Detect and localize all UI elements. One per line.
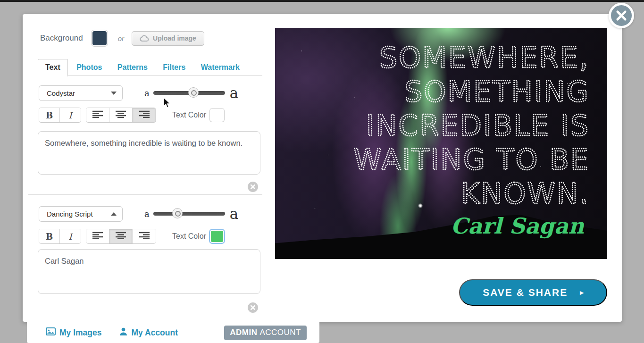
size-min-label: a	[144, 88, 150, 98]
close-icon	[251, 184, 255, 189]
upload-image-label: Upload image	[153, 34, 196, 42]
align-left-icon	[92, 110, 103, 120]
close-icon	[615, 9, 627, 22]
my-images-label: My Images	[59, 328, 101, 338]
my-images-link[interactable]: My Images	[46, 327, 101, 338]
remove-author-button[interactable]	[248, 302, 258, 313]
tab-bar: Text Photos Patterns Filters Watermark	[38, 59, 262, 75]
size-min-label: a	[144, 209, 150, 219]
slider-track[interactable]	[153, 212, 225, 216]
italic-button[interactable]: I	[60, 108, 81, 122]
align-right-button[interactable]	[133, 108, 156, 122]
upload-image-button[interactable]: Upload image	[132, 31, 204, 46]
align-left-icon	[92, 232, 103, 241]
quote-toolbar: B I	[39, 108, 224, 123]
quote-align-group	[86, 108, 156, 123]
author-text-color-swatch[interactable]	[210, 230, 224, 243]
italic-button[interactable]: I	[60, 229, 81, 243]
align-center-icon	[116, 110, 126, 120]
author-align-group	[86, 229, 156, 244]
cloud-upload-icon	[140, 35, 149, 42]
author-text-input[interactable]: Carl Sagan	[38, 249, 260, 294]
preview-quote-line: KNOWN.	[461, 177, 590, 210]
tab-patterns[interactable]: Patterns	[111, 59, 154, 76]
background-color-swatch[interactable]	[92, 30, 108, 46]
my-account-label: My Account	[131, 328, 178, 338]
tab-photos[interactable]: Photos	[70, 59, 109, 76]
background-row: Background or Upload image	[40, 29, 204, 48]
align-center-button[interactable]	[109, 229, 133, 243]
size-max-label: a	[230, 84, 238, 101]
my-account-link[interactable]: My Account	[119, 327, 178, 338]
arrow-right-icon: ▸	[580, 288, 584, 297]
author-size-slider[interactable]	[153, 209, 225, 219]
preview-quote-line: SOMETHING	[404, 75, 590, 108]
editor-modal: Background or Upload image Text Photos P…	[23, 14, 622, 322]
images-icon	[46, 327, 56, 338]
slider-thumb[interactable]	[188, 87, 199, 98]
quote-style-group: B I	[39, 108, 81, 123]
screen: { "window": { "close_color": "#8096a2" }…	[0, 0, 644, 343]
background-label: Background	[40, 33, 83, 43]
author-style-group: B I	[39, 229, 81, 244]
quote-size-slider[interactable]	[153, 88, 225, 98]
slider-thumb[interactable]	[172, 208, 183, 218]
align-center-icon	[116, 232, 126, 241]
quote-font-row: Codystar a a	[39, 85, 238, 101]
bold-button[interactable]: B	[39, 108, 60, 122]
tab-text[interactable]: Text	[38, 59, 68, 76]
quote-text-color-swatch[interactable]	[210, 109, 224, 122]
author-font-value: Dancing Script	[47, 210, 93, 218]
align-left-button[interactable]	[86, 108, 109, 122]
tab-filters[interactable]: Filters	[156, 59, 192, 76]
save-share-button[interactable]: SAVE & SHARE ▸	[459, 279, 607, 306]
modal-close-button[interactable]	[609, 3, 634, 28]
align-right-icon	[139, 232, 150, 241]
quote-preview-image: SOMEWHERE, SOMETHING INCREDIBLE IS WAITI…	[275, 28, 607, 259]
align-center-button[interactable]	[109, 108, 133, 122]
preview-quote-line: SOMEWHERE,	[379, 41, 590, 74]
remove-quote-button[interactable]	[248, 182, 258, 192]
section-divider	[28, 194, 262, 195]
size-max-label: a	[230, 205, 238, 222]
quote-font-value: Codystar	[47, 89, 75, 97]
align-right-icon	[139, 110, 150, 120]
top-edge-strip	[0, 0, 644, 2]
preview-author-signature: Carl Sagan	[451, 213, 584, 239]
quote-text-input[interactable]: Somewhere, something incredible is waiti…	[38, 131, 260, 175]
bold-button[interactable]: B	[39, 229, 60, 243]
align-left-button[interactable]	[86, 229, 109, 243]
quote-text-color-label: Text Color	[172, 111, 206, 119]
preview-quote-line: INCREDIBLE IS	[366, 109, 590, 142]
author-text-color-label: Text Color	[172, 232, 206, 241]
user-icon	[119, 327, 127, 338]
author-font-dropdown[interactable]: Dancing Script	[39, 206, 123, 222]
quote-font-dropdown[interactable]: Codystar	[39, 85, 123, 101]
close-icon	[251, 305, 255, 310]
preview-quote-line: WAITING TO BE	[353, 143, 590, 176]
author-font-row: Dancing Script a a	[39, 206, 238, 222]
tab-watermark[interactable]: Watermark	[194, 59, 246, 76]
admin-account-badge: ADMINACCOUNT	[224, 326, 307, 340]
chevron-up-icon	[111, 212, 117, 216]
save-share-label: SAVE & SHARE	[483, 287, 568, 298]
chevron-down-icon	[111, 92, 117, 95]
preview-text-layer: SOMEWHERE, SOMETHING INCREDIBLE IS WAITI…	[275, 28, 607, 259]
or-label: or	[118, 34, 124, 42]
author-toolbar: B I	[39, 229, 224, 244]
align-right-button[interactable]	[133, 229, 156, 243]
account-footer: My Images My Account ADMINACCOUNT	[27, 322, 319, 343]
